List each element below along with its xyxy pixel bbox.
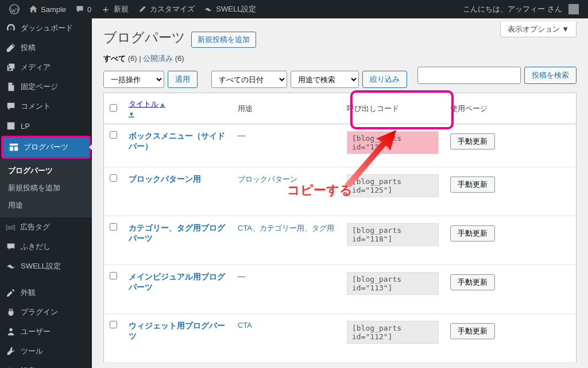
submenu-usage[interactable]: 用途 <box>0 197 92 214</box>
select-all-checkbox[interactable] <box>110 104 117 112</box>
table-row: メインビジュアル用ブログパーツ — [blog_parts id="113"] … <box>104 265 577 314</box>
row-checkbox[interactable] <box>110 131 117 139</box>
menu-ad-tag[interactable]: [ad]広告タグ <box>0 217 92 237</box>
table-row: ウィジェット用ブログパーツ CTA [blog_parts id="112"] … <box>104 314 577 363</box>
row-title-link[interactable]: ブロックパターン用 <box>129 174 201 183</box>
my-account[interactable]: こんにちは、アッフィー さん <box>458 0 583 18</box>
manual-update-button[interactable]: 手動更新 <box>450 274 495 290</box>
page-title: ブログパーツ <box>103 18 185 49</box>
row-title-link[interactable]: カテゴリー、タグ用ブログパーツ <box>129 223 225 243</box>
comments[interactable]: 0 <box>71 0 96 18</box>
table-row: カテゴリー、タグ用ブログパーツ CTA、カテゴリー用、タグ用 [blog_par… <box>104 216 577 265</box>
row-title-link[interactable]: ウィジェット用ブログパーツ <box>129 321 225 340</box>
col-usage: 用途 <box>232 93 341 124</box>
row-title-link[interactable]: ボックスメニュー（サイドバー） <box>129 131 225 151</box>
menu-posts[interactable]: 投稿 <box>0 38 92 57</box>
date-filter-select[interactable]: すべての日付 <box>211 71 287 88</box>
shortcode-box[interactable]: [blog_parts id="125"] <box>347 174 439 197</box>
swell-settings[interactable]: SWELL設定 <box>199 0 261 18</box>
new-content[interactable]: ＋新規 <box>96 0 133 18</box>
wp-logo[interactable] <box>5 0 24 18</box>
menu-lp[interactable]: LP <box>0 116 92 136</box>
menu-appearance[interactable]: 外観 <box>0 283 92 302</box>
posts-table: タイトル▲▼ 用途 呼び出しコード 使用ページ ボックスメニュー（サイドバー） … <box>103 93 577 363</box>
manual-update-button[interactable]: 手動更新 <box>450 177 495 193</box>
highlight-current-menu: ブログパーツ <box>1 136 91 159</box>
menu-tools[interactable]: ツール <box>0 342 92 361</box>
search-input[interactable] <box>417 67 521 84</box>
filter-published[interactable]: 公開済み <box>143 54 173 63</box>
bulk-action-select[interactable]: 一括操作 <box>103 71 164 88</box>
submenu-blog-parts: ブログパーツ 新規投稿を追加 用途 <box>0 159 92 217</box>
col-code: 呼び出しコード <box>341 93 444 124</box>
menu-blog-parts[interactable]: ブログパーツ <box>3 137 89 157</box>
manual-update-button[interactable]: 手動更新 <box>450 323 495 339</box>
usage-filter-select[interactable]: 用途で検索 <box>291 71 359 88</box>
svg-rect-2 <box>10 147 13 151</box>
customize[interactable]: カスタマイズ <box>133 0 199 18</box>
row-checkbox[interactable] <box>110 272 117 279</box>
menu-media[interactable]: メディア <box>0 57 92 77</box>
manual-update-button[interactable]: 手動更新 <box>450 133 495 150</box>
row-checkbox[interactable] <box>110 223 117 231</box>
usage-link[interactable]: CTA <box>238 321 252 329</box>
svg-rect-3 <box>14 147 18 151</box>
shortcode-box[interactable]: [blog_parts id="112"] <box>347 321 439 344</box>
add-new-button[interactable]: 新規投稿を追加 <box>191 32 256 48</box>
menu-swell[interactable]: SWELL設定 <box>0 256 92 276</box>
manual-update-button[interactable]: 手動更新 <box>450 225 495 241</box>
menu-users[interactable]: ユーザー <box>0 322 92 342</box>
svg-rect-1 <box>10 144 18 146</box>
shortcode-box[interactable]: [blog_parts id="139"] <box>347 131 439 154</box>
usage-link[interactable]: CTA、カテゴリー用、タグ用 <box>238 224 334 232</box>
usage-link[interactable]: ブロックパターン <box>238 175 297 183</box>
filter-all[interactable]: すべて <box>103 54 126 63</box>
usage-text: — <box>238 272 245 281</box>
table-row: ボックスメニュー（サイドバー） — [blog_parts id="139"] … <box>104 124 577 167</box>
shortcode-box[interactable]: [blog_parts id="113"] <box>347 272 439 295</box>
avatar-icon <box>568 4 579 14</box>
menu-plugins[interactable]: プラグイン <box>0 302 92 322</box>
row-checkbox[interactable] <box>110 321 117 328</box>
row-title-link[interactable]: メインビジュアル用ブログパーツ <box>129 272 225 292</box>
menu-comments[interactable]: コメント <box>0 97 92 116</box>
search-posts-button[interactable]: 投稿を検索 <box>524 67 577 84</box>
submenu-add-new[interactable]: 新規投稿を追加 <box>0 179 92 197</box>
screen-options-toggle[interactable]: 表示オプション ▼ <box>500 22 577 37</box>
menu-pages[interactable]: 固定ページ <box>0 77 92 97</box>
submenu-blog-parts-list[interactable]: ブログパーツ <box>0 162 92 179</box>
menu-dashboard[interactable]: ダッシュボード <box>0 18 92 38</box>
col-page: 使用ページ <box>444 93 577 124</box>
menu-settings[interactable]: 設定 <box>0 361 92 368</box>
svg-point-4 <box>9 328 12 331</box>
filter-button[interactable]: 絞り込み <box>362 71 407 88</box>
table-row: ブロックパターン用 ブロックパターン [blog_parts id="125"]… <box>104 167 577 216</box>
menu-fukidashi[interactable]: ふきだし <box>0 237 92 256</box>
bulk-apply-button[interactable]: 適用 <box>168 71 198 88</box>
site-name[interactable]: Sample <box>24 0 71 18</box>
shortcode-box[interactable]: [blog_parts id="118"] <box>347 223 439 246</box>
row-checkbox[interactable] <box>110 174 117 182</box>
col-title[interactable]: タイトル▲▼ <box>129 99 165 118</box>
usage-text: — <box>238 131 245 140</box>
status-filter: すべて (6) | 公開済み (6) <box>103 53 577 64</box>
